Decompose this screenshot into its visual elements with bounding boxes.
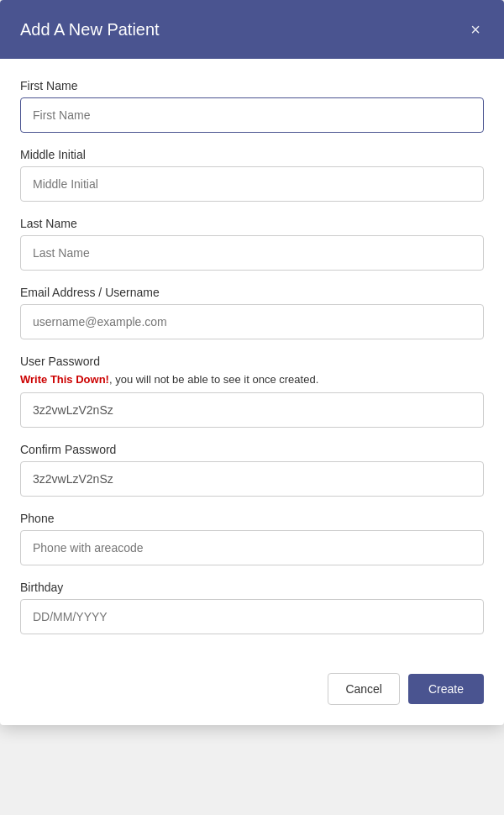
password-group: User Password Write This Down!, you will… [20, 355, 484, 428]
middle-initial-label: Middle Initial [20, 148, 484, 161]
middle-initial-group: Middle Initial [20, 148, 484, 202]
modal-title: Add A New Patient [20, 20, 160, 39]
last-name-label: Last Name [20, 217, 484, 230]
password-warning-suffix: , you will not be able to see it once cr… [109, 373, 318, 386]
confirm-password-group: Confirm Password [20, 443, 484, 497]
first-name-label: First Name [20, 79, 484, 92]
modal-header: Add A New Patient × [0, 0, 504, 59]
birthday-input[interactable] [20, 599, 484, 634]
email-label: Email Address / Username [20, 286, 484, 299]
add-patient-modal: Add A New Patient × First Name Middle In… [0, 0, 504, 725]
birthday-group: Birthday [20, 581, 484, 634]
password-note: Write This Down!, you will not be able t… [20, 373, 484, 386]
cancel-button[interactable]: Cancel [328, 673, 400, 705]
password-label: User Password [20, 355, 484, 368]
first-name-group: First Name [20, 79, 484, 133]
last-name-group: Last Name [20, 217, 484, 271]
email-input[interactable] [20, 304, 484, 339]
modal-body: First Name Middle Initial Last Name Emai… [0, 59, 504, 663]
confirm-password-label: Confirm Password [20, 443, 484, 456]
first-name-input[interactable] [20, 97, 484, 133]
create-button[interactable]: Create [408, 674, 484, 704]
phone-group: Phone [20, 512, 484, 565]
password-input[interactable] [20, 392, 484, 428]
last-name-input[interactable] [20, 235, 484, 271]
email-group: Email Address / Username [20, 286, 484, 339]
birthday-label: Birthday [20, 581, 484, 594]
close-button[interactable]: × [467, 18, 484, 41]
modal-footer: Cancel Create [0, 663, 504, 725]
middle-initial-input[interactable] [20, 166, 484, 202]
phone-label: Phone [20, 512, 484, 525]
password-warning-prefix: Write This Down! [20, 373, 109, 386]
confirm-password-input[interactable] [20, 461, 484, 497]
phone-input[interactable] [20, 530, 484, 565]
